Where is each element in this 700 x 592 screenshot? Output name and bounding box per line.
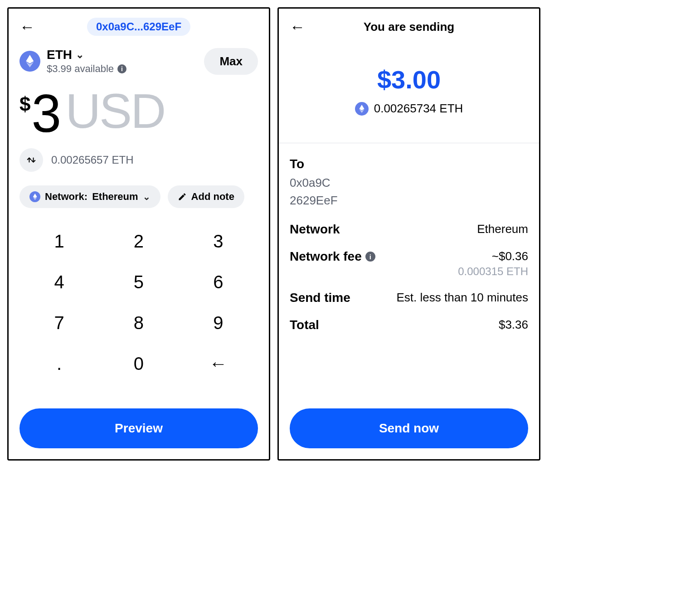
total-label: Total	[290, 318, 319, 332]
key-9[interactable]: 9	[179, 302, 258, 343]
to-line-2: 2629EeF	[290, 192, 528, 209]
swap-currency-button[interactable]	[19, 148, 43, 172]
fiat-code: USD	[65, 87, 165, 136]
chips-row: Network: Ethereum ⌄ Add note	[19, 185, 258, 208]
key-7[interactable]: 7	[19, 302, 99, 343]
key-5[interactable]: 5	[99, 262, 178, 302]
network-label: Network	[290, 222, 340, 237]
amount-display: $ 3 USD	[19, 87, 258, 140]
network-value: Ethereum	[92, 191, 138, 203]
to-line-1: 0x0a9C	[290, 174, 528, 192]
back-icon[interactable]: ←	[19, 19, 35, 34]
send-confirm-panel: ← You are sending $3.00 0.00265734 ETH T…	[277, 7, 540, 461]
eth-icon	[19, 51, 40, 72]
network-fee-row: Network fee i ~$0.36 0.000315 ETH	[290, 249, 528, 278]
total-row: Total $3.36	[290, 318, 528, 332]
pencil-icon	[178, 192, 187, 201]
send-amount-usd: $3.00	[377, 65, 441, 94]
total-value: $3.36	[499, 318, 528, 332]
send-entry-panel: ← 0x0a9C...629EeF ETH ⌄ $3.99 available …	[7, 7, 270, 461]
network-chip[interactable]: Network: Ethereum ⌄	[19, 185, 160, 208]
amount-value: 3	[31, 87, 60, 140]
divider	[279, 143, 539, 143]
header-row: ← You are sending	[290, 16, 528, 38]
eth-icon	[29, 191, 40, 202]
send-time-value: Est. less than 10 minutes	[397, 291, 528, 305]
details-section: To 0x0a9C 2629EeF Network Ethereum Netwo…	[290, 157, 528, 332]
header-row: ← 0x0a9C...629EeF	[19, 16, 258, 38]
asset-available: $3.99 available i	[47, 63, 204, 75]
numeric-keypad: 1 2 3 4 5 6 7 8 9 . 0 ←	[19, 221, 258, 384]
key-backspace[interactable]: ←	[179, 343, 258, 384]
fee-label: Network fee	[290, 249, 362, 264]
to-block: To 0x0a9C 2629EeF	[290, 157, 528, 209]
info-icon[interactable]: i	[117, 64, 126, 73]
network-value: Ethereum	[477, 222, 528, 236]
fee-crypto: 0.000315 ETH	[458, 265, 528, 278]
add-note-label: Add note	[191, 191, 234, 203]
key-6[interactable]: 6	[179, 262, 258, 302]
send-amount-crypto: 0.00265734 ETH	[374, 102, 463, 116]
asset-symbol: ETH	[47, 48, 72, 62]
add-note-chip[interactable]: Add note	[168, 185, 244, 208]
key-4[interactable]: 4	[19, 262, 99, 302]
chevron-down-icon: ⌄	[143, 191, 151, 202]
info-icon[interactable]: i	[365, 252, 375, 262]
key-2[interactable]: 2	[99, 221, 178, 262]
network-row: Network Ethereum	[290, 222, 528, 237]
crypto-equiv: 0.00265657 ETH	[51, 154, 133, 166]
asset-selector-row: ETH ⌄ $3.99 available i Max	[19, 48, 258, 75]
key-0[interactable]: 0	[99, 343, 178, 384]
to-label: To	[290, 157, 528, 171]
network-label: Network:	[45, 191, 88, 203]
back-icon[interactable]: ←	[290, 19, 305, 34]
chevron-down-icon: ⌄	[76, 49, 84, 61]
send-amount-block: $3.00 0.00265734 ETH	[290, 65, 528, 143]
key-dot[interactable]: .	[19, 343, 99, 384]
send-now-button[interactable]: Send now	[290, 408, 528, 448]
currency-symbol: $	[19, 93, 30, 116]
key-8[interactable]: 8	[99, 302, 178, 343]
send-time-label: Send time	[290, 291, 350, 305]
preview-button[interactable]: Preview	[19, 408, 258, 448]
fee-usd: ~$0.36	[458, 249, 528, 263]
max-button[interactable]: Max	[204, 48, 258, 75]
recipient-chip[interactable]: 0x0a9C...629EeF	[87, 18, 190, 36]
key-3[interactable]: 3	[179, 221, 258, 262]
page-title: You are sending	[364, 20, 454, 34]
key-1[interactable]: 1	[19, 221, 99, 262]
asset-picker[interactable]: ETH ⌄	[47, 48, 204, 62]
send-time-row: Send time Est. less than 10 minutes	[290, 291, 528, 305]
conversion-row: 0.00265657 ETH	[19, 148, 258, 172]
eth-icon	[355, 102, 369, 116]
